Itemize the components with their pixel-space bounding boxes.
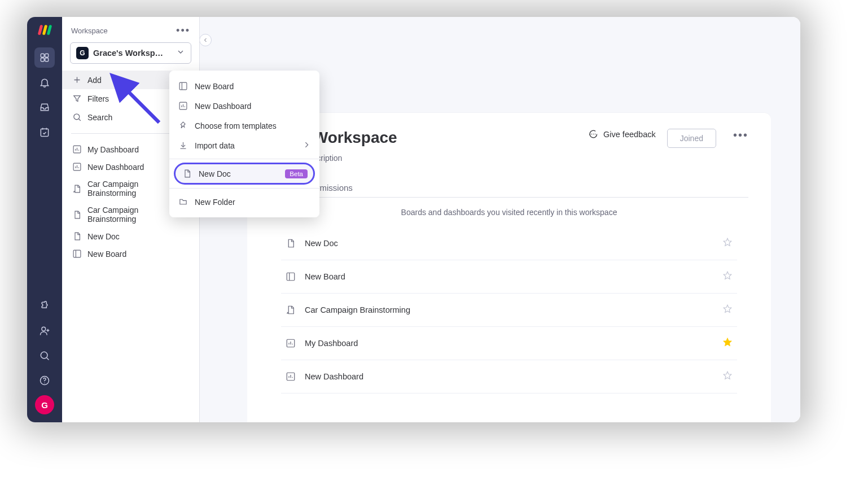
search-icon — [72, 112, 82, 122]
dashboard-icon — [178, 101, 188, 111]
collapse-sidebar-button[interactable] — [200, 34, 212, 46]
sidebar-item-label: New Board — [87, 250, 126, 259]
workspace-card: ace's Workspace Give feedback Joined •••… — [247, 113, 771, 422]
recent-item-label: New Dashboard — [305, 372, 713, 381]
header-more-button[interactable]: ••• — [733, 129, 748, 142]
menu-new-folder[interactable]: New Folder — [169, 192, 319, 212]
rail-notifications-button[interactable] — [34, 72, 55, 93]
rail-mywork-button[interactable] — [34, 122, 55, 142]
divider — [169, 159, 319, 159]
logo-icon — [39, 25, 51, 35]
star-button[interactable] — [722, 370, 733, 383]
nav-rail: G — [27, 17, 62, 422]
star-button[interactable] — [722, 304, 733, 316]
divider — [169, 188, 319, 189]
joined-button[interactable]: Joined — [667, 129, 716, 148]
recent-row[interactable]: Car Campaign Brainstorming — [281, 294, 737, 327]
menu-import-label: Import data — [195, 141, 235, 150]
board-icon — [286, 272, 296, 282]
filter-icon — [72, 94, 82, 103]
menu-import-data[interactable]: Import data — [169, 135, 319, 155]
menu-new-board-label: New Board — [195, 82, 234, 91]
recent-hint: Boards and dashboards you visited recent… — [270, 208, 748, 217]
star-button[interactable] — [722, 237, 733, 250]
dashboard-icon — [286, 338, 296, 348]
sidebar-item[interactable]: New Doc — [62, 228, 199, 245]
templates-icon — [178, 121, 188, 130]
workspace-badge: G — [76, 47, 89, 59]
import-icon — [178, 141, 188, 150]
sidebar-filters-label: Filters — [87, 94, 109, 103]
sidebar-label: Workspace — [71, 27, 108, 35]
feedback-label: Give feedback — [603, 130, 656, 139]
recent-item-label: New Doc — [305, 239, 713, 248]
workspace-description: orkspace description — [270, 154, 748, 163]
star-button[interactable] — [722, 270, 733, 283]
doc-icon — [72, 210, 82, 220]
beta-badge: Beta — [285, 169, 308, 178]
sidebar-item-label: New Dashboard — [87, 163, 144, 172]
plus-icon — [72, 75, 82, 85]
menu-new-dashboard[interactable]: New Dashboard — [169, 96, 319, 116]
add-menu: New Board New Dashboard Choose from temp… — [169, 71, 319, 217]
app-frame: G Workspace ••• G Grace's Worksp… Add Fi… — [27, 17, 800, 422]
tabs: bers Permissions — [270, 178, 748, 198]
dashboard-icon — [286, 371, 296, 382]
sidebar-item-label: New Doc — [87, 232, 120, 241]
workspace-name: Grace's Worksp… — [93, 49, 176, 58]
sidebar-search-label: Search — [87, 113, 112, 122]
rail-inbox-button[interactable] — [34, 97, 55, 117]
recent-list: New DocNew BoardCar Campaign Brainstormi… — [270, 227, 748, 393]
sidebar-more-button[interactable]: ••• — [176, 25, 190, 37]
menu-templates-label: Choose from templates — [195, 121, 277, 130]
dashboard-icon — [72, 162, 82, 172]
avatar[interactable]: G — [35, 395, 54, 414]
recent-row[interactable]: New Dashboard — [281, 360, 737, 393]
recent-row[interactable]: New Board — [281, 260, 737, 294]
sidebar-add-label: Add — [87, 76, 102, 85]
menu-new-dashboard-label: New Dashboard — [195, 102, 251, 111]
rail-workspaces-button[interactable] — [34, 47, 55, 68]
recent-item-label: New Board — [305, 272, 713, 281]
recent-row[interactable]: My Dashboard — [281, 327, 737, 360]
folder-icon — [178, 197, 188, 207]
rail-apps-button[interactable] — [34, 296, 55, 316]
menu-new-doc-label: New Doc — [199, 169, 231, 178]
doc-spark-icon — [286, 305, 296, 315]
recent-row[interactable]: New Doc — [281, 227, 737, 260]
chevron-down-icon — [176, 47, 185, 59]
board-icon — [72, 249, 82, 259]
menu-choose-templates[interactable]: Choose from templates — [169, 116, 319, 135]
give-feedback-button[interactable]: Give feedback — [588, 129, 656, 139]
chat-icon — [588, 129, 598, 139]
menu-new-folder-label: New Folder — [195, 198, 235, 207]
doc-icon — [286, 238, 296, 248]
chevron-right-icon — [302, 140, 312, 151]
menu-new-doc[interactable]: New Doc Beta — [174, 163, 315, 185]
doc-icon — [182, 169, 192, 178]
dashboard-icon — [72, 145, 82, 154]
doc-spark-icon — [72, 184, 82, 194]
rail-search-button[interactable] — [34, 346, 55, 366]
recent-item-label: My Dashboard — [305, 339, 713, 348]
rail-invite-button[interactable] — [34, 321, 55, 341]
menu-new-board[interactable]: New Board — [169, 76, 319, 96]
workspace-picker[interactable]: G Grace's Worksp… — [70, 42, 191, 64]
star-button[interactable] — [722, 337, 733, 349]
sidebar-item-label: My Dashboard — [87, 145, 139, 154]
sidebar-item[interactable]: New Board — [62, 245, 199, 263]
doc-icon — [72, 231, 82, 241]
board-icon — [178, 81, 188, 91]
recent-item-label: Car Campaign Brainstorming — [305, 305, 713, 314]
rail-help-button[interactable] — [34, 370, 55, 391]
